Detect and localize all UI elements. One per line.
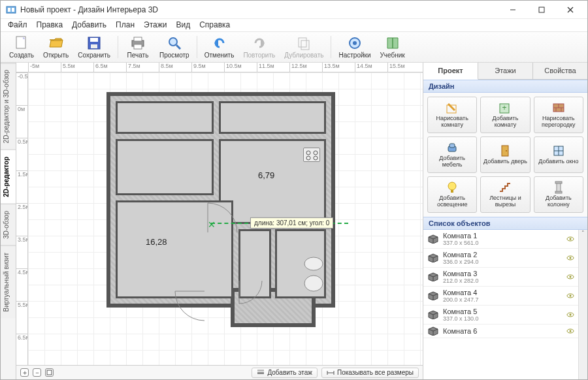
svg-line-16 — [176, 45, 180, 49]
svg-rect-20 — [301, 40, 309, 50]
object-cube-icon — [427, 291, 439, 300]
svg-rect-19 — [299, 38, 306, 47]
vtab-virtual[interactable]: Виртуальный визит — [1, 245, 16, 319]
room-small-top[interactable] — [219, 101, 326, 134]
vtab-3d[interactable]: 3D-обзор — [1, 204, 16, 245]
h-tick: 13.5м — [322, 63, 355, 72]
list-item[interactable]: Комната 4200.0 x 247.7 — [423, 287, 578, 306]
dimension-icon — [327, 369, 335, 377]
list-item[interactable]: Комната 2336.0 x 294.0 — [423, 249, 578, 268]
h-tick: 7.5м — [126, 63, 159, 72]
save-icon — [86, 35, 102, 51]
visibility-eye-icon[interactable] — [566, 274, 574, 279]
show-all-dims-button[interactable]: Показывать все размеры — [321, 368, 419, 378]
tab-floors[interactable]: Этажи — [478, 63, 533, 79]
visibility-eye-icon[interactable] — [566, 255, 574, 261]
add-room-icon: + — [498, 101, 512, 114]
menu-edit[interactable]: Правка — [32, 19, 68, 31]
tool-draw-room[interactable]: Нарисовать комнату — [427, 97, 477, 133]
svg-rect-1 — [8, 8, 10, 12]
floor-plan[interactable]: 6,79 16,28 ✕ длина: — [106, 92, 335, 334]
close-button[interactable] — [556, 1, 585, 19]
menu-plan[interactable]: План — [111, 19, 139, 31]
objects-list[interactable]: Комната 1337.0 x 561.0 Комната 2336.0 x … — [423, 230, 578, 379]
svg-point-27 — [304, 257, 323, 270]
v-tick: 1.5м — [16, 170, 27, 203]
add-floor-button[interactable]: Добавить этаж — [252, 368, 318, 378]
object-cube-icon — [427, 310, 439, 319]
object-cube-icon — [427, 253, 439, 262]
toolbar-duplicate[interactable]: Дублировать — [280, 33, 328, 61]
toolbar-save[interactable]: Сохранить — [73, 33, 115, 61]
tab-properties[interactable]: Свойства — [533, 63, 587, 79]
zoom-fit-button[interactable] — [45, 368, 54, 377]
menu-view[interactable]: Вид — [171, 19, 195, 31]
stairs-icon — [498, 181, 512, 194]
vtab-2d[interactable]: 2D-редактор — [1, 150, 16, 204]
visibility-eye-icon[interactable] — [566, 236, 574, 242]
left-view-tabs: 2D-редактор и 3D-обзор 2D-редактор 3D-об… — [1, 63, 16, 379]
svg-rect-14 — [134, 44, 142, 49]
v-tick: 5.5м — [16, 301, 27, 334]
tool-stairs[interactable]: Лестницы и вырезы — [480, 176, 530, 213]
list-item[interactable]: Комната 3212.0 x 282.0 — [423, 268, 578, 287]
svg-rect-55 — [555, 191, 562, 193]
tool-add-column[interactable]: Добавить колонну — [534, 176, 583, 213]
toolbar-tutorial[interactable]: Учебник — [376, 33, 410, 61]
object-cube-icon — [427, 272, 439, 281]
list-item[interactable]: Комната 1337.0 x 561.0 — [423, 230, 578, 249]
toolbar-preview[interactable]: Просмотр — [155, 33, 194, 61]
objects-scrollbar[interactable]: ˄ — [578, 230, 587, 379]
toolbar-undo[interactable]: Отменить — [200, 33, 239, 61]
toolbar-settings[interactable]: Настройки — [334, 33, 375, 61]
svg-point-85 — [570, 313, 572, 315]
stove-icon — [303, 148, 320, 162]
v-tick: 0м — [16, 105, 27, 138]
app-icon — [6, 5, 16, 15]
visibility-eye-icon[interactable] — [566, 328, 574, 334]
content-area: 2D-редактор и 3D-обзор 2D-редактор 3D-об… — [1, 63, 587, 379]
vtab-2d3d[interactable]: 2D-редактор и 3D-обзор — [1, 63, 16, 150]
toolbar-redo[interactable]: Повторить — [238, 33, 280, 61]
tool-add-door[interactable]: Добавить дверь — [480, 136, 530, 173]
tool-draw-partition[interactable]: Нарисовать перегородку — [534, 97, 583, 133]
svg-point-25 — [306, 156, 310, 160]
list-item[interactable]: Комната 5337.0 x 130.0 — [423, 306, 578, 325]
tab-project[interactable]: Проект — [423, 63, 478, 80]
menu-help[interactable]: Справка — [195, 19, 235, 31]
maximize-button[interactable] — [527, 1, 556, 19]
v-tick: -0.5 — [16, 72, 27, 105]
room-2[interactable] — [116, 139, 214, 195]
bath-icon — [277, 231, 328, 300]
tool-add-furniture[interactable]: Добавить мебель — [427, 136, 477, 173]
visibility-eye-icon[interactable] — [566, 293, 574, 298]
object-cube-icon — [427, 234, 439, 244]
measure-cross-icon: ✕ — [208, 219, 216, 230]
menu-file[interactable]: Файл — [3, 19, 32, 31]
toolbar-create[interactable]: Создать — [5, 33, 39, 61]
room-4[interactable] — [275, 229, 326, 298]
zoom-in-button[interactable]: ＋ — [20, 368, 29, 377]
h-tick: 14.5м — [355, 63, 387, 72]
door-arc-icon — [165, 288, 211, 334]
tool-add-window[interactable]: Добавить окно — [534, 136, 583, 173]
tool-add-room[interactable]: +Добавить комнату — [480, 97, 530, 133]
svg-point-51 — [448, 182, 456, 190]
objects-section-header: Список объектов — [423, 217, 587, 230]
zoom-out-button[interactable]: － — [33, 368, 41, 377]
room-5[interactable] — [116, 101, 214, 134]
minimize-button[interactable] — [498, 1, 527, 19]
gear-icon — [347, 35, 363, 51]
toolbar-print[interactable]: Печать — [121, 33, 155, 61]
door-icon — [498, 144, 512, 157]
toolbar-open[interactable]: Открыть — [39, 33, 73, 61]
visibility-eye-icon[interactable] — [566, 312, 574, 317]
folder-open-icon — [48, 35, 64, 51]
menu-add[interactable]: Добавить — [67, 19, 111, 31]
h-tick: 11.5м — [257, 63, 289, 72]
tool-add-light[interactable]: Добавить освещение — [427, 176, 477, 213]
svg-rect-46 — [502, 146, 508, 156]
menu-floors[interactable]: Этажи — [139, 19, 171, 31]
plan-canvas[interactable]: 6,79 16,28 ✕ длина: — [28, 72, 423, 365]
list-item[interactable]: Комната 6 — [423, 325, 578, 338]
